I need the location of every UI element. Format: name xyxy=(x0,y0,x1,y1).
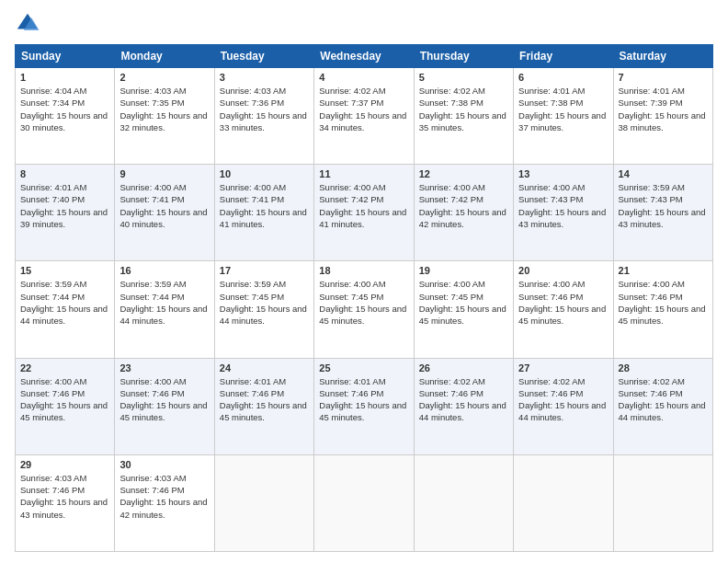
logo xyxy=(15,11,44,37)
day-number: 6 xyxy=(518,72,608,83)
daylight-label: Daylight: 15 hours and 37 minutes. xyxy=(518,110,606,132)
sunrise-label: Sunrise: 4:02 AM xyxy=(518,376,585,386)
sunset-label: Sunset: 7:37 PM xyxy=(319,98,383,108)
daylight-label: Daylight: 15 hours and 38 minutes. xyxy=(619,110,706,132)
sunrise-label: Sunrise: 3:59 AM xyxy=(20,279,86,289)
table-row: 4Sunrise: 4:02 AMSunset: 7:37 PMDaylight… xyxy=(314,68,414,165)
table-row: 27Sunrise: 4:02 AMSunset: 7:46 PMDayligh… xyxy=(514,358,613,454)
table-row: 28Sunrise: 4:02 AMSunset: 7:46 PMDayligh… xyxy=(613,358,712,454)
day-number: 4 xyxy=(319,72,408,83)
sunset-label: Sunset: 7:46 PM xyxy=(20,388,85,398)
sunset-label: Sunset: 7:41 PM xyxy=(220,194,284,204)
day-number: 8 xyxy=(20,168,109,179)
sunset-label: Sunset: 7:46 PM xyxy=(518,388,583,398)
table-row: 18Sunrise: 4:00 AMSunset: 7:45 PMDayligh… xyxy=(314,261,414,358)
table-row: 19Sunrise: 4:00 AMSunset: 7:45 PMDayligh… xyxy=(414,261,513,358)
calendar-table: Sunday Monday Tuesday Wednesday Thursday… xyxy=(15,44,713,552)
sunset-label: Sunset: 7:45 PM xyxy=(419,292,483,302)
sunset-label: Sunset: 7:39 PM xyxy=(619,98,683,108)
sunrise-label: Sunrise: 4:01 AM xyxy=(220,376,286,386)
sunrise-label: Sunrise: 4:00 AM xyxy=(119,182,186,192)
sunset-label: Sunset: 7:34 PM xyxy=(20,98,85,108)
header-friday: Friday xyxy=(514,45,613,68)
day-info: Sunrise: 3:59 AMSunset: 7:43 PMDaylight:… xyxy=(619,181,708,230)
table-row: 24Sunrise: 4:01 AMSunset: 7:46 PMDayligh… xyxy=(214,358,313,454)
page: Sunday Monday Tuesday Wednesday Thursday… xyxy=(0,0,728,563)
sunrise-label: Sunrise: 4:00 AM xyxy=(220,182,286,192)
day-info: Sunrise: 4:00 AMSunset: 7:46 PMDaylight:… xyxy=(119,375,209,424)
daylight-label: Daylight: 15 hours and 44 minutes. xyxy=(220,304,307,326)
header-tuesday: Tuesday xyxy=(214,45,313,68)
sunrise-label: Sunrise: 4:01 AM xyxy=(619,86,685,96)
table-row: 8Sunrise: 4:01 AMSunset: 7:40 PMDaylight… xyxy=(16,165,115,261)
table-row xyxy=(214,454,313,551)
sunset-label: Sunset: 7:43 PM xyxy=(518,194,583,204)
header-sunday: Sunday xyxy=(16,45,115,68)
day-info: Sunrise: 4:00 AMSunset: 7:43 PMDaylight:… xyxy=(518,181,608,230)
daylight-label: Daylight: 15 hours and 34 minutes. xyxy=(319,110,406,132)
sunset-label: Sunset: 7:42 PM xyxy=(319,194,383,204)
day-info: Sunrise: 4:00 AMSunset: 7:46 PMDaylight:… xyxy=(518,278,608,327)
sunrise-label: Sunrise: 4:00 AM xyxy=(518,182,585,192)
daylight-label: Daylight: 15 hours and 42 minutes. xyxy=(119,497,207,519)
day-number: 19 xyxy=(419,265,508,276)
day-number: 9 xyxy=(119,168,209,179)
table-row xyxy=(613,454,712,551)
day-info: Sunrise: 4:04 AMSunset: 7:34 PMDaylight:… xyxy=(20,85,109,133)
day-number: 23 xyxy=(119,362,209,373)
sunset-label: Sunset: 7:38 PM xyxy=(419,98,483,108)
day-number: 26 xyxy=(419,362,508,373)
daylight-label: Daylight: 15 hours and 41 minutes. xyxy=(220,207,307,229)
day-info: Sunrise: 4:02 AMSunset: 7:46 PMDaylight:… xyxy=(518,375,608,424)
calendar-week-3: 15Sunrise: 3:59 AMSunset: 7:44 PMDayligh… xyxy=(16,261,713,358)
table-row: 9Sunrise: 4:00 AMSunset: 7:41 PMDaylight… xyxy=(115,165,214,261)
sunset-label: Sunset: 7:35 PM xyxy=(119,98,184,108)
day-number: 10 xyxy=(220,168,309,179)
calendar-week-5: 29Sunrise: 4:03 AMSunset: 7:46 PMDayligh… xyxy=(16,454,713,551)
daylight-label: Daylight: 15 hours and 44 minutes. xyxy=(619,400,706,422)
day-info: Sunrise: 4:01 AMSunset: 7:40 PMDaylight:… xyxy=(20,181,109,230)
sunset-label: Sunset: 7:46 PM xyxy=(220,388,284,398)
day-info: Sunrise: 4:02 AMSunset: 7:37 PMDaylight:… xyxy=(319,85,408,133)
sunset-label: Sunset: 7:46 PM xyxy=(20,485,85,495)
day-info: Sunrise: 3:59 AMSunset: 7:45 PMDaylight:… xyxy=(220,278,309,327)
sunrise-label: Sunrise: 4:00 AM xyxy=(619,279,685,289)
daylight-label: Daylight: 15 hours and 45 minutes. xyxy=(319,304,406,326)
sunrise-label: Sunrise: 4:03 AM xyxy=(220,86,286,96)
sunset-label: Sunset: 7:46 PM xyxy=(518,292,583,302)
day-number: 11 xyxy=(319,168,408,179)
sunrise-label: Sunrise: 3:59 AM xyxy=(619,182,685,192)
daylight-label: Daylight: 15 hours and 39 minutes. xyxy=(20,207,108,229)
sunset-label: Sunset: 7:42 PM xyxy=(419,194,483,204)
table-row xyxy=(414,454,513,551)
day-info: Sunrise: 4:00 AMSunset: 7:45 PMDaylight:… xyxy=(419,278,508,327)
sunrise-label: Sunrise: 4:00 AM xyxy=(20,376,86,386)
sunrise-label: Sunrise: 4:02 AM xyxy=(419,376,485,386)
daylight-label: Daylight: 15 hours and 33 minutes. xyxy=(220,110,307,132)
daylight-label: Daylight: 15 hours and 45 minutes. xyxy=(319,400,406,422)
table-row: 2Sunrise: 4:03 AMSunset: 7:35 PMDaylight… xyxy=(115,68,214,165)
day-info: Sunrise: 4:03 AMSunset: 7:46 PMDaylight:… xyxy=(20,472,109,521)
logo-icon xyxy=(15,11,40,37)
table-row: 29Sunrise: 4:03 AMSunset: 7:46 PMDayligh… xyxy=(16,454,115,551)
day-info: Sunrise: 4:01 AMSunset: 7:46 PMDaylight:… xyxy=(220,375,309,424)
sunset-label: Sunset: 7:43 PM xyxy=(619,194,683,204)
header-wednesday: Wednesday xyxy=(314,45,414,68)
sunset-label: Sunset: 7:40 PM xyxy=(20,194,85,204)
sunrise-label: Sunrise: 4:01 AM xyxy=(20,182,86,192)
sunrise-label: Sunrise: 4:03 AM xyxy=(20,473,86,483)
day-info: Sunrise: 4:00 AMSunset: 7:42 PMDaylight:… xyxy=(419,181,508,230)
table-row: 10Sunrise: 4:00 AMSunset: 7:41 PMDayligh… xyxy=(214,165,313,261)
day-number: 25 xyxy=(319,362,408,373)
sunset-label: Sunset: 7:46 PM xyxy=(119,388,184,398)
table-row: 23Sunrise: 4:00 AMSunset: 7:46 PMDayligh… xyxy=(115,358,214,454)
day-number: 14 xyxy=(619,168,708,179)
weekday-header-row: Sunday Monday Tuesday Wednesday Thursday… xyxy=(16,45,713,68)
day-number: 18 xyxy=(319,265,408,276)
daylight-label: Daylight: 15 hours and 44 minutes. xyxy=(518,400,606,422)
daylight-label: Daylight: 15 hours and 45 minutes. xyxy=(220,400,307,422)
day-info: Sunrise: 4:00 AMSunset: 7:42 PMDaylight:… xyxy=(319,181,408,230)
day-info: Sunrise: 4:01 AMSunset: 7:39 PMDaylight:… xyxy=(619,85,708,133)
sunrise-label: Sunrise: 4:00 AM xyxy=(518,279,585,289)
day-number: 28 xyxy=(619,362,708,373)
